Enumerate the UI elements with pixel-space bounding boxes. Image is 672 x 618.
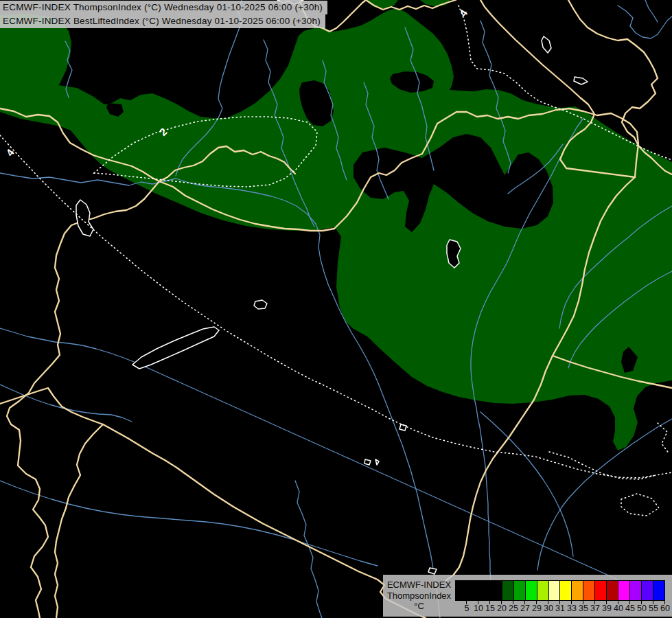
legend-tick-label: 60 bbox=[660, 604, 670, 613]
legend-tick-label: 37 bbox=[590, 604, 600, 613]
legend-color-cell bbox=[630, 581, 642, 600]
legend-tick-label: 5 bbox=[465, 604, 470, 613]
legend-model-name: ECMWF-INDEX bbox=[383, 580, 455, 591]
legend-color-cell bbox=[607, 581, 618, 600]
legend-tick-label: 39 bbox=[602, 604, 612, 613]
lake-small-se-2 bbox=[364, 459, 371, 465]
legend-color-cell bbox=[537, 581, 549, 600]
legend-tick-label: 30 bbox=[544, 604, 553, 613]
legend-color-cell bbox=[491, 581, 502, 600]
legend-tick-label: 35 bbox=[579, 604, 588, 613]
legend-tick-label: 20 bbox=[497, 604, 507, 613]
legend-parameter-name: ThompsonIndex bbox=[383, 591, 455, 602]
legend-color-cell bbox=[467, 581, 479, 600]
legend-color-cell bbox=[549, 581, 561, 600]
legend-scale: 51015202527293031333537394045505560 bbox=[455, 575, 665, 617]
legend-tick-label: 29 bbox=[532, 604, 542, 613]
legend-color-cell bbox=[595, 581, 607, 600]
legend-tick-label: 33 bbox=[567, 604, 577, 613]
legend-color-cell bbox=[560, 581, 572, 600]
legend-color-cell bbox=[642, 581, 653, 600]
legend-color-cell bbox=[502, 581, 514, 600]
legend-color-cell bbox=[618, 581, 630, 600]
legend-color-cell bbox=[526, 581, 537, 600]
map-title-best-lifted-index: ECMWF-INDEX BestLiftedIndex (°C) Wednesd… bbox=[0, 14, 325, 28]
legend-color-cell bbox=[583, 581, 595, 600]
legend-tick-label: 50 bbox=[637, 604, 647, 613]
legend-color-cell bbox=[653, 581, 664, 600]
legend-color-cell bbox=[479, 581, 491, 600]
legend-unit: °C bbox=[383, 601, 455, 612]
legend-tick-label: 45 bbox=[625, 604, 635, 613]
legend-tick-label: 10 bbox=[474, 604, 483, 613]
legend-color-cell bbox=[572, 581, 583, 600]
weather-map: 4 2 4 bbox=[0, 0, 672, 618]
legend-tick-label: 31 bbox=[555, 604, 565, 613]
weather-map-screen: 4 2 4 ECMWF-INDEX ThompsonIndex (°C) Wed… bbox=[0, 0, 672, 618]
legend-tick-label: 15 bbox=[485, 604, 495, 613]
legend-ticks: 51015202527293031333537394045505560 bbox=[455, 601, 665, 615]
legend-panel: ECMWF-INDEX ThompsonIndex °C 51015202527… bbox=[383, 575, 672, 617]
legend-color-cell bbox=[514, 581, 526, 600]
legend-tick-label: 55 bbox=[649, 604, 658, 613]
legend-color-bar bbox=[455, 580, 665, 601]
legend-tick-label: 40 bbox=[614, 604, 623, 613]
lake-tisza bbox=[447, 240, 461, 268]
legend-color-cell bbox=[456, 581, 467, 600]
legend-tick-label: 27 bbox=[520, 604, 530, 613]
map-title-thompson-index: ECMWF-INDEX ThompsonIndex (°C) Wednesday… bbox=[0, 1, 327, 14]
legend-tick-label: 25 bbox=[509, 604, 518, 613]
legend-labels: ECMWF-INDEX ThompsonIndex °C bbox=[383, 575, 455, 617]
